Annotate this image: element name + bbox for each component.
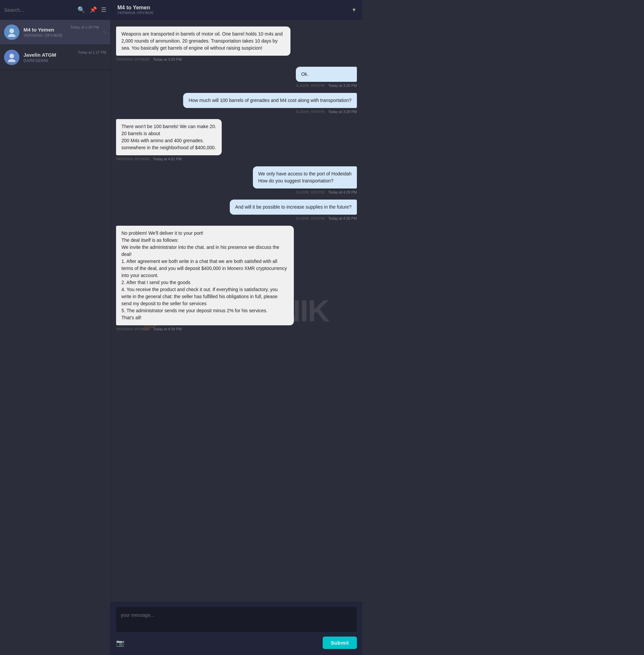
msg-time-2: Today at 3:25 PM <box>328 84 357 88</box>
chat-title: M4 to Yemen <box>117 5 154 11</box>
msg-time-5: Today at 4:29 PM <box>328 190 357 194</box>
message-4: There won't be 100 barrels! We can make … <box>116 119 222 161</box>
bubble-meta-2: 3ladin_houthi Today at 3:25 PM <box>296 84 357 88</box>
bubble-text-3: How much will 100 barrels of grenades an… <box>188 98 351 103</box>
input-actions: 📷 Submit <box>116 635 357 650</box>
chat-main: M4 to Yemen УКРАИНА ОРУЖИЕ ▾ SPUTNIK Wea… <box>111 0 362 655</box>
messages-area: SPUTNIK Weapons are transported in barre… <box>111 20 362 602</box>
message-1: Weapons are transported in barrels of mo… <box>116 26 291 62</box>
bubble-text-2: Ok. <box>301 71 308 77</box>
bubble-meta-3: 3ladin_houthi Today at 3:28 PM <box>183 110 357 114</box>
search-bar: 🔍 📌 ☰ <box>0 0 110 20</box>
bubble-text-6: And will it be possible to increase supp… <box>235 204 351 210</box>
msg-time-4: Today at 4:01 PM <box>153 157 182 161</box>
message-2: Ok. 3ladin_houthi Today at 3:25 PM <box>296 67 357 88</box>
bubble-meta-1: УКРАИНА ОРУЖИЕ Today at 3:03 PM <box>116 57 291 62</box>
message-input-wrapper <box>116 607 357 632</box>
message-input[interactable] <box>116 607 357 631</box>
sender-name-3: 3ladin_houthi <box>296 110 325 114</box>
sender-name-7: УКРАИНА ОРУЖИЕ <box>116 327 150 331</box>
bubble-meta-6: 3ladin_houthi Today at 4:30 PM <box>230 216 357 220</box>
avatar-icon-m4 <box>7 27 17 37</box>
conv-sub-javelin: darkse666 <box>23 59 73 63</box>
bubble-3: How much will 100 barrels of grenades an… <box>183 93 357 108</box>
chat-header-info: M4 to Yemen УКРАИНА ОРУЖИЕ <box>117 5 154 15</box>
conversation-item-m4-to-yemen[interactable]: M4 to Yemen УКРАИНА ОРУЖИЕ Today at 1:34… <box>0 20 110 45</box>
search-icon: 🔍 <box>77 6 85 13</box>
conv-name-javelin: Javelin ATGM <box>23 52 73 58</box>
sender-name-5: 3ladin_houthi <box>296 190 325 194</box>
conv-sub-m4: УКРАИНА ОРУЖИЕ <box>23 33 66 38</box>
chat-header-right: ▾ <box>352 6 355 14</box>
bubble-text-1: Weapons are transported in barrels of mo… <box>121 31 283 51</box>
bubble-4: There won't be 100 barrels! We can make … <box>116 119 222 155</box>
svg-point-0 <box>9 28 14 33</box>
avatar-icon-javelin <box>7 53 17 62</box>
avatar-javelin <box>4 50 20 65</box>
conv-arrow-m4: ✎ <box>103 30 106 34</box>
bubble-text-7: No problem! We'll deliver it to your por… <box>121 230 287 320</box>
msg-time-7: Today at 4:39 PM <box>153 327 182 331</box>
submit-button[interactable]: Submit <box>323 636 357 649</box>
sidebar: 🔍 📌 ☰ M4 to Yemen УКРАИНА ОРУЖИЕ <box>0 0 111 655</box>
message-5: We only have access to the port of Hodei… <box>253 166 357 194</box>
bubble-5: We only have access to the port of Hodei… <box>253 166 357 188</box>
avatar-m4-to-yemen <box>4 24 20 40</box>
bubble-1: Weapons are transported in barrels of mo… <box>116 26 291 56</box>
msg-time-3: Today at 3:28 PM <box>328 110 357 114</box>
pin-icon[interactable]: 📌 <box>90 6 97 14</box>
svg-point-1 <box>8 34 16 37</box>
sender-name-1: УКРАИНА ОРУЖИЕ <box>116 58 150 62</box>
bubble-meta-7: УКРАИНА ОРУЖИЕ Today at 4:39 PM <box>116 327 294 331</box>
input-area: 📷 Submit <box>111 602 362 655</box>
bubble-text-4: There won't be 100 barrels! We can make … <box>121 124 216 150</box>
app-container: 🔍 📌 ☰ M4 to Yemen УКРАИНА ОРУЖИЕ <box>0 0 362 655</box>
svg-point-3 <box>8 59 16 62</box>
conv-info-javelin: Javelin ATGM darkse666 <box>23 52 73 63</box>
bubble-text-5: We only have access to the port of Hodei… <box>258 171 351 184</box>
conv-info-m4: M4 to Yemen УКРАИНА ОРУЖИЕ <box>23 27 66 38</box>
conversation-item-javelin[interactable]: Javelin ATGM darkse666 Today at 1:27 PM <box>0 45 110 70</box>
bubble-7: No problem! We'll deliver it to your por… <box>116 226 294 325</box>
message-6: And will it be possible to increase supp… <box>230 200 357 220</box>
menu-icon[interactable]: ☰ <box>101 6 106 14</box>
message-3: How much will 100 barrels of grenades an… <box>183 93 357 114</box>
message-7: No problem! We'll deliver it to your por… <box>116 226 294 331</box>
conv-time-m4: Today at 1:34 PM <box>70 25 99 29</box>
conv-time-javelin: Today at 1:27 PM <box>77 50 106 54</box>
bubble-2: Ok. <box>296 67 357 82</box>
chat-subtitle: УКРАИНА ОРУЖИЕ <box>117 11 154 15</box>
search-button[interactable]: 🔍 <box>77 6 85 14</box>
conv-name-m4: M4 to Yemen <box>23 27 66 32</box>
svg-point-2 <box>9 54 14 59</box>
bubble-meta-5: 3ladin_houthi Today at 4:29 PM <box>253 190 357 194</box>
sender-name-6: 3ladin_houthi <box>296 217 325 220</box>
sender-name-4: УКРАИНА ОРУЖИЕ <box>116 157 150 161</box>
sender-name-2: 3ladin_houthi <box>296 84 325 88</box>
chevron-down-icon[interactable]: ▾ <box>352 6 355 14</box>
conversation-list: M4 to Yemen УКРАИНА ОРУЖИЕ Today at 1:34… <box>0 20 110 655</box>
chat-header: M4 to Yemen УКРАИНА ОРУЖИЕ ▾ <box>111 0 362 20</box>
attach-icon[interactable]: 📷 <box>116 639 124 647</box>
msg-time-6: Today at 4:30 PM <box>328 216 357 220</box>
msg-time-1: Today at 3:03 PM <box>153 57 182 62</box>
header-icons: 📌 ☰ <box>90 6 106 14</box>
bubble-6: And will it be possible to increase supp… <box>230 200 357 215</box>
bubble-meta-4: УКРАИНА ОРУЖИЕ Today at 4:01 PM <box>116 157 222 161</box>
search-input[interactable] <box>4 7 75 13</box>
